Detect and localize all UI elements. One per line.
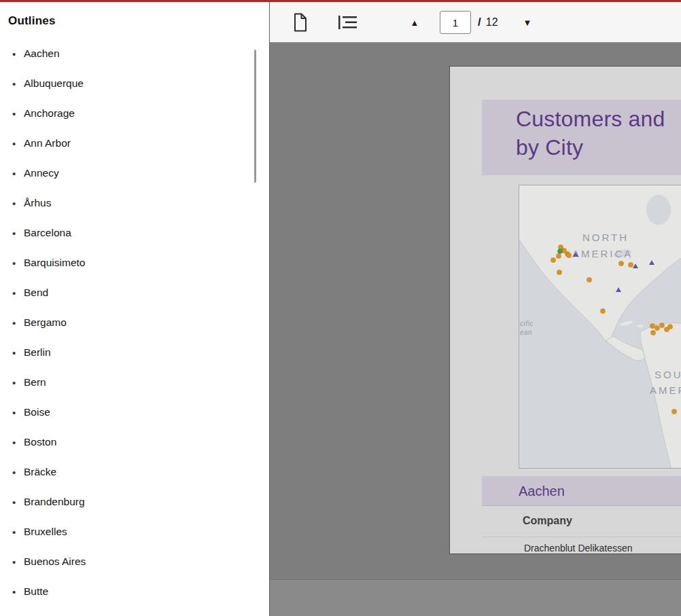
outline-item[interactable]: •Bergamo bbox=[0, 308, 251, 338]
outline-item-label: Annecy bbox=[24, 167, 59, 179]
outline-item-label: Bräcke bbox=[24, 466, 56, 478]
customer-dot-marker bbox=[551, 258, 556, 263]
report-title-block: Customers and by City bbox=[482, 100, 681, 175]
next-page-button[interactable]: ▼ bbox=[516, 11, 539, 34]
city-section-band: Aachen bbox=[482, 476, 681, 506]
outline-item[interactable]: •Bern bbox=[0, 367, 251, 397]
outline-item-label: Barquisimeto bbox=[24, 257, 85, 269]
bullet-icon: • bbox=[12, 557, 24, 567]
outline-view-icon[interactable] bbox=[335, 11, 361, 34]
customer-dot-marker bbox=[557, 254, 561, 259]
customer-dot-marker bbox=[619, 261, 624, 266]
down-triangle-icon: ▼ bbox=[523, 18, 532, 28]
outline-item-label: Bern bbox=[24, 376, 46, 388]
outline-item[interactable]: •Bräcke bbox=[0, 457, 251, 487]
outline-item-label: Barcelona bbox=[24, 227, 71, 239]
supplier-triangle-marker bbox=[616, 287, 621, 292]
customer-dot-marker bbox=[567, 253, 572, 258]
customer-dot-marker bbox=[651, 331, 656, 336]
outline-item[interactable]: •Brandenburg bbox=[0, 487, 251, 517]
top-accent-line bbox=[0, 0, 681, 2]
outline-item[interactable]: •Barcelona bbox=[0, 218, 251, 248]
report-title-line2: by City bbox=[516, 135, 583, 160]
outline-item-label: Butte bbox=[24, 585, 48, 598]
outline-item[interactable]: •Butte bbox=[0, 577, 251, 606]
report-title-line1: Customers and bbox=[516, 107, 665, 132]
pdf-page: Customers and by City NORTH AMERICA bbox=[449, 66, 681, 554]
green-dot-marker bbox=[558, 249, 563, 254]
outline-item[interactable]: •Anchorage bbox=[0, 98, 251, 128]
page-view-icon[interactable] bbox=[289, 11, 312, 34]
bullet-icon: • bbox=[12, 198, 24, 209]
bullet-icon: • bbox=[12, 288, 24, 298]
customer-dot-marker bbox=[650, 324, 655, 329]
bullet-icon: • bbox=[12, 79, 24, 89]
outline-item-label: Aachen bbox=[24, 48, 60, 60]
company-field-label: Company bbox=[523, 515, 572, 527]
outline-item-label: Buenos Aires bbox=[24, 556, 86, 568]
bullet-icon: • bbox=[12, 587, 24, 597]
outline-item-label: Berlin bbox=[24, 346, 51, 359]
outline-item[interactable]: •Boston bbox=[0, 427, 251, 457]
outline-item[interactable]: •Århus bbox=[0, 188, 251, 218]
total-pages: 12 bbox=[486, 16, 498, 29]
document-icon bbox=[293, 13, 308, 32]
sidebar-scrollbar-thumb[interactable] bbox=[254, 50, 256, 183]
city-section-heading: Aachen bbox=[519, 476, 565, 506]
outline-item[interactable]: •Bend bbox=[0, 278, 251, 308]
customer-dot-marker bbox=[672, 410, 677, 414]
outline-item-label: Boston bbox=[24, 436, 56, 448]
customer-dot-marker bbox=[655, 326, 660, 331]
up-triangle-icon: ▲ bbox=[411, 18, 419, 28]
page-number-input[interactable] bbox=[440, 11, 471, 34]
outline-item[interactable]: •Ann Arbor bbox=[0, 128, 251, 158]
company-field-value: Drachenblut Delikatessen bbox=[524, 543, 633, 554]
outline-item-label: Bend bbox=[24, 287, 48, 299]
outline-item-label: Bergamo bbox=[24, 316, 67, 329]
outline-list-icon bbox=[338, 15, 358, 30]
bullet-icon: • bbox=[12, 109, 24, 119]
customer-dot-marker bbox=[557, 270, 562, 275]
pdf-viewer-area: Customers and by City NORTH AMERICA bbox=[270, 43, 681, 616]
outline-item[interactable]: •Aachen bbox=[0, 39, 251, 69]
map-markers bbox=[519, 185, 681, 468]
outline-item-label: Anchorage bbox=[24, 107, 75, 120]
supplier-triangle-marker bbox=[633, 264, 638, 268]
outline-item[interactable]: •Buenos Aires bbox=[0, 547, 251, 577]
previous-page-button[interactable]: ▲ bbox=[403, 11, 426, 34]
outline-item[interactable]: •Bruxelles bbox=[0, 517, 251, 547]
outline-item-label: Brandenburg bbox=[24, 496, 85, 508]
outline-item[interactable]: •Berlin bbox=[0, 338, 251, 367]
bullet-icon: • bbox=[12, 467, 24, 477]
supplier-triangle-marker bbox=[573, 252, 578, 257]
bullet-icon: • bbox=[12, 49, 24, 59]
bullet-icon: • bbox=[12, 527, 24, 537]
outline-list: •Aachen•Albuquerque•Anchorage•Ann Arbor•… bbox=[0, 39, 251, 616]
customer-dot-marker bbox=[601, 309, 606, 314]
outline-item[interactable]: •Campinas bbox=[0, 606, 251, 616]
page-separator: / bbox=[478, 16, 481, 29]
outline-item-label: Århus bbox=[24, 197, 52, 209]
outline-item-label: Ann Arbor bbox=[24, 137, 71, 149]
bullet-icon: • bbox=[12, 139, 24, 149]
bullet-icon: • bbox=[12, 258, 24, 268]
next-page-edge bbox=[270, 579, 681, 616]
outline-item[interactable]: •Barquisimeto bbox=[0, 248, 251, 278]
outline-item[interactable]: •Albuquerque bbox=[0, 69, 251, 98]
customer-dot-marker bbox=[587, 278, 592, 283]
bullet-icon: • bbox=[12, 228, 24, 238]
outline-item[interactable]: •Boise bbox=[0, 397, 251, 427]
supplier-triangle-marker bbox=[649, 260, 654, 265]
sidebar-title: Outlines bbox=[8, 14, 56, 28]
outlines-sidebar: Outlines •Aachen•Albuquerque•Anchorage•A… bbox=[0, 2, 270, 616]
outline-item-label: Bruxelles bbox=[24, 526, 67, 538]
customer-dot-marker bbox=[668, 325, 673, 329]
row-divider bbox=[482, 537, 681, 537]
outline-item-label: Albuquerque bbox=[24, 77, 84, 90]
bullet-icon: • bbox=[12, 497, 24, 507]
bullet-icon: • bbox=[12, 407, 24, 418]
bullet-icon: • bbox=[12, 318, 24, 328]
bullet-icon: • bbox=[12, 348, 24, 358]
bullet-icon: • bbox=[12, 437, 24, 448]
outline-item[interactable]: •Annecy bbox=[0, 158, 251, 188]
